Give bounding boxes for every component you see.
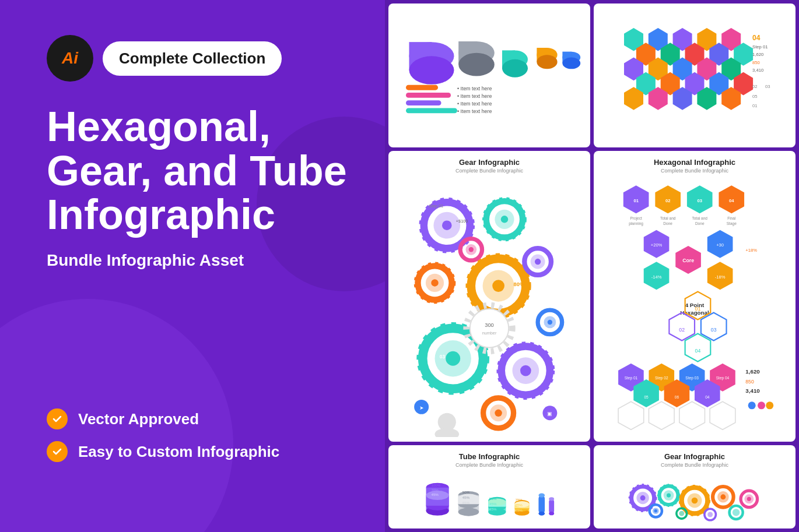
ai-badge-text: Ai: [62, 49, 78, 68]
svg-text:+18%: +18%: [745, 247, 757, 252]
svg-text:02: 02: [665, 198, 670, 203]
svg-point-14: [562, 58, 580, 69]
svg-point-78: [446, 351, 460, 365]
gear-main-svg: 300 number +$100 Step 01 80% 03 ➤ ▣: [393, 183, 586, 437]
svg-point-89: [469, 247, 474, 252]
svg-text:04: 04: [695, 348, 701, 354]
subtitle: Bundle Infographic Asset: [47, 251, 350, 270]
svg-point-227: [747, 497, 751, 501]
svg-point-208: [549, 497, 554, 501]
svg-rect-16: [406, 93, 451, 98]
svg-point-212: [640, 495, 646, 501]
svg-rect-207: [549, 499, 554, 513]
svg-text:300: 300: [485, 322, 494, 328]
check-icon-2: [47, 441, 68, 462]
left-panel: Ai Complete Collection Hexagonal,Gear, a…: [0, 0, 385, 532]
svg-text:03: 03: [697, 198, 702, 203]
tube-top-svg: • Item text here • Item text here • Item…: [393, 8, 586, 143]
svg-text:3,410: 3,410: [752, 68, 763, 73]
feature-item-2: Easy to Custom Infographic: [47, 441, 350, 462]
gear-bottom-subtitle: Complete Bundle Infographic: [661, 462, 728, 468]
svg-point-230: [654, 509, 657, 512]
card-hexagonal-top-visual: 04 Step 01 1,620 850 3,410 02 03: [594, 3, 796, 147]
svg-text:Project: Project: [630, 216, 642, 221]
svg-point-220: [692, 498, 698, 504]
feature-text-1: Vector Approved: [78, 410, 199, 428]
svg-text:• Item text here: • Item text here: [457, 86, 492, 91]
svg-point-71: [492, 280, 504, 292]
svg-point-86: [495, 409, 502, 416]
svg-marker-167: [710, 401, 735, 429]
feature-text-2: Easy to Custom Infographic: [78, 443, 279, 461]
gear-bottom-visual: [594, 473, 796, 529]
collection-label: Complete Collection: [103, 41, 282, 76]
svg-text:02: 02: [679, 327, 685, 333]
card-tube-main: Tube Infographic Complete Bundle Infogra…: [388, 445, 590, 529]
svg-text:+20%: +20%: [651, 242, 663, 248]
svg-text:05: 05: [752, 94, 758, 99]
check-icon-1: [47, 408, 68, 429]
svg-point-209: [549, 512, 554, 515]
svg-rect-18: [406, 108, 457, 113]
svg-text:planning: planning: [629, 221, 643, 226]
svg-point-5: [458, 53, 495, 76]
svg-point-93: [470, 309, 509, 347]
svg-text:Step 04: Step 04: [716, 376, 730, 380]
card-gear-main: Gear Infographic Complete Bundle Infogra…: [388, 151, 590, 442]
svg-text:45%: 45%: [431, 492, 439, 496]
svg-text:• Item text here: • Item text here: [457, 101, 492, 107]
feature-item-1: Vector Approved: [47, 408, 350, 429]
svg-text:Total and: Total and: [692, 216, 707, 220]
hex-card-visual: 01 02 03 04 Project planning Total and D…: [594, 178, 796, 442]
svg-text:• Item text here: • Item text here: [457, 108, 492, 114]
svg-text:01: 01: [695, 306, 701, 312]
gear-bottom-title: Gear Infographic: [664, 445, 725, 462]
svg-text:50%: 50%: [489, 496, 497, 501]
svg-point-59: [442, 220, 452, 230]
svg-text:• Item text here: • Item text here: [457, 93, 492, 99]
svg-marker-164: [618, 401, 644, 429]
svg-point-206: [538, 512, 545, 516]
svg-text:-14%: -14%: [651, 274, 662, 279]
svg-point-163: [766, 401, 773, 409]
svg-text:50%: 50%: [462, 490, 470, 494]
svg-text:Step 03: Step 03: [685, 376, 699, 380]
svg-text:Final: Final: [727, 216, 736, 220]
svg-point-232: [679, 511, 684, 516]
svg-text:06: 06: [675, 394, 679, 399]
svg-point-205: [538, 494, 545, 498]
svg-text:Step 01: Step 01: [429, 203, 443, 208]
svg-text:Done: Done: [695, 221, 705, 226]
svg-rect-204: [538, 495, 545, 513]
svg-text:45%: 45%: [489, 502, 497, 506]
svg-rect-17: [406, 100, 441, 105]
card-hexagonal-main: Hexagonal Infographic Complete Bundle In…: [594, 151, 796, 442]
svg-text:04: 04: [752, 34, 761, 42]
svg-text:+$100: +$100: [456, 218, 468, 223]
svg-point-106: [434, 428, 459, 437]
svg-text:01: 01: [752, 103, 758, 108]
svg-text:Total and: Total and: [660, 216, 676, 220]
svg-point-63: [501, 216, 508, 223]
svg-text:1,620: 1,620: [752, 52, 763, 57]
svg-text:70%: 70%: [431, 488, 439, 492]
svg-text:3,410: 3,410: [745, 387, 760, 394]
svg-text:Done: Done: [663, 221, 672, 226]
svg-point-224: [720, 494, 726, 499]
badge-container: Ai Complete Collection: [47, 35, 350, 82]
hex-top-svg: 04 Step 01 1,620 850 3,410 02 03: [598, 8, 791, 143]
svg-text:➤: ➤: [419, 404, 424, 410]
svg-text:850: 850: [752, 60, 760, 65]
svg-point-11: [537, 55, 557, 69]
hex-card-subtitle: Complete Bundle Infographic: [661, 168, 728, 174]
svg-text:Core: Core: [682, 258, 694, 263]
ai-badge: Ai: [47, 35, 93, 82]
svg-text:▣: ▣: [547, 411, 552, 417]
card-hexagonal-top: 04 Step 01 1,620 850 3,410 02 03: [594, 3, 796, 147]
gear-bottom-svg: [598, 477, 791, 524]
svg-point-67: [431, 279, 438, 286]
svg-text:Stage: Stage: [727, 221, 737, 226]
svg-point-8: [502, 59, 528, 77]
tube-main-svg: 100% 70% 45% 50% 45% 85% 50% 45% 35% 75%…: [393, 477, 586, 524]
svg-text:02: 02: [752, 84, 758, 89]
